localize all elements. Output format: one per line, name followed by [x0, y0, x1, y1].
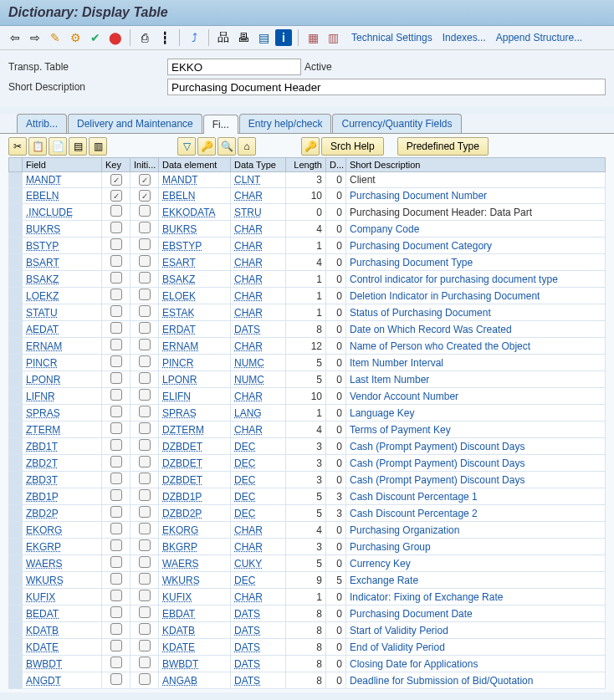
cell-key[interactable]	[102, 188, 130, 204]
contents-icon[interactable]: ▤	[255, 29, 272, 46]
cell-desc[interactable]: Item Number Interval	[346, 355, 606, 371]
cell-data-type[interactable]: DEC	[231, 488, 286, 505]
cell-field[interactable]: EBELN	[23, 188, 102, 204]
cell-desc[interactable]: Last Item Number	[346, 371, 606, 388]
cell-key[interactable]	[102, 288, 130, 304]
cell-init[interactable]	[130, 622, 159, 639]
technical-settings-link[interactable]: Technical Settings	[351, 32, 432, 43]
cell-data-type[interactable]: CUKY	[231, 555, 286, 572]
cell-key[interactable]	[102, 488, 130, 505]
cell-init[interactable]	[130, 221, 159, 238]
cell-data-type[interactable]: DEC	[231, 472, 286, 488]
cell-init[interactable]	[130, 304, 159, 321]
copy-icon[interactable]: 📋	[28, 137, 47, 156]
cell-field[interactable]: LIFNR	[23, 388, 102, 405]
row-selector[interactable]	[9, 572, 23, 589]
cell-data-type[interactable]: CHAR	[231, 422, 286, 438]
row-selector[interactable]	[9, 505, 23, 522]
cell-key[interactable]	[102, 505, 130, 522]
cell-key[interactable]	[102, 422, 130, 438]
srch-help-icon[interactable]: 🔑	[301, 137, 320, 156]
row-selector[interactable]	[9, 656, 23, 672]
cell-desc[interactable]: Language Key	[346, 405, 606, 422]
table-row[interactable]: BSAKZBSAKZCHAR10Control indicator for pu…	[9, 271, 606, 288]
cell-data-type[interactable]: CHAR	[231, 388, 286, 405]
cell-desc[interactable]: Cash Discount Percentage 2	[346, 505, 606, 522]
find-icon[interactable]: 🔍	[217, 137, 236, 156]
expand-icon[interactable]: ▽	[177, 137, 196, 156]
cell-desc[interactable]: Indicator: Fixing of Exchange Rate	[346, 589, 606, 605]
grid-icon[interactable]: ▥	[325, 29, 341, 46]
cell-data-type[interactable]: CHAR	[231, 254, 286, 271]
col-init[interactable]: Initi...	[130, 158, 159, 172]
cell-field[interactable]: KUFIX	[23, 589, 102, 605]
hierarchy-icon[interactable]: 品	[215, 29, 232, 46]
cell-field[interactable]: ZBD1T	[23, 438, 102, 455]
cell-data-element[interactable]: ELIFN	[159, 388, 231, 405]
row-selector[interactable]	[9, 472, 23, 488]
cell-key[interactable]	[102, 355, 130, 371]
cell-key[interactable]	[102, 438, 130, 455]
col-data-type[interactable]: Data Type	[231, 158, 286, 172]
cell-key[interactable]	[102, 271, 130, 288]
cell-field[interactable]: MANDT	[23, 172, 102, 188]
cell-key[interactable]	[102, 622, 130, 639]
cell-init[interactable]	[130, 539, 159, 555]
tab-currency[interactable]: Currency/Quantity Fields	[332, 114, 461, 133]
table-row[interactable]: STATUESTAKCHAR10Status of Purchasing Doc…	[9, 304, 606, 321]
cell-desc[interactable]: Cash (Prompt Payment) Discount Days	[346, 455, 606, 472]
cell-init[interactable]	[130, 672, 159, 689]
cell-field[interactable]: ZBD2T	[23, 455, 102, 472]
cell-desc[interactable]: Closing Date for Applications	[346, 656, 606, 672]
row-selector[interactable]	[9, 522, 23, 539]
cell-init[interactable]	[130, 288, 159, 304]
cell-init[interactable]	[130, 522, 159, 539]
cell-desc[interactable]: Cash Discount Percentage 1	[346, 488, 606, 505]
cell-data-type[interactable]: DEC	[231, 572, 286, 589]
cell-data-type[interactable]: DEC	[231, 438, 286, 455]
cell-data-element[interactable]: ESTAK	[159, 304, 231, 321]
cell-field[interactable]: ZBD3T	[23, 472, 102, 488]
table-row[interactable]: PINCRPINCRNUMC50Item Number Interval	[9, 355, 606, 371]
cell-key[interactable]	[102, 304, 130, 321]
cell-desc[interactable]: Start of Validity Period	[346, 622, 606, 639]
active-icon[interactable]: ⚙	[67, 29, 84, 46]
table-row[interactable]: EBELNEBELNCHAR100Purchasing Document Num…	[9, 188, 606, 204]
cell-desc[interactable]: Currency Key	[346, 555, 606, 572]
cell-key[interactable]	[102, 589, 130, 605]
cell-desc[interactable]: Purchasing Document Number	[346, 188, 606, 204]
cell-data-element[interactable]: BKGRP	[159, 539, 231, 555]
cell-init[interactable]	[130, 355, 159, 371]
row-selector[interactable]	[9, 605, 23, 622]
col-rowselect[interactable]	[9, 158, 23, 172]
row-selector[interactable]	[9, 355, 23, 371]
cell-data-element[interactable]: BSAKZ	[159, 271, 231, 288]
cell-init[interactable]	[130, 656, 159, 672]
cell-data-element[interactable]: KDATE	[159, 639, 231, 656]
cell-desc[interactable]: Purchasing Document Category	[346, 238, 606, 254]
cell-desc[interactable]: Name of Person who Created the Object	[346, 338, 606, 355]
cell-data-element[interactable]: ERNAM	[159, 338, 231, 355]
cell-desc[interactable]: Control indicator for purchasing documen…	[346, 271, 606, 288]
cell-init[interactable]	[130, 488, 159, 505]
cell-init[interactable]	[130, 338, 159, 355]
col-key[interactable]: Key	[102, 158, 130, 172]
tab-fields[interactable]: Fi...	[203, 115, 238, 134]
row-selector[interactable]	[9, 238, 23, 254]
cell-field[interactable]: BSART	[23, 254, 102, 271]
cell-data-element[interactable]: EBELN	[159, 188, 231, 204]
cell-data-type[interactable]: STRU	[231, 204, 286, 221]
cell-field[interactable]: BSAKZ	[23, 271, 102, 288]
cell-data-element[interactable]: KDATB	[159, 622, 231, 639]
predefined-type-button[interactable]: Predefined Type	[397, 137, 489, 156]
cell-data-element[interactable]: ESART	[159, 254, 231, 271]
cell-desc[interactable]: Purchasing Organization	[346, 522, 606, 539]
cell-data-type[interactable]: CHAR	[231, 539, 286, 555]
cell-data-type[interactable]: NUMC	[231, 371, 286, 388]
cell-field[interactable]: ANGDT	[23, 672, 102, 689]
row-selector[interactable]	[9, 321, 23, 338]
cell-field[interactable]: PINCR	[23, 355, 102, 371]
cell-data-type[interactable]: CHAR	[231, 271, 286, 288]
row-selector[interactable]	[9, 288, 23, 304]
col-length[interactable]: Length	[286, 158, 326, 172]
